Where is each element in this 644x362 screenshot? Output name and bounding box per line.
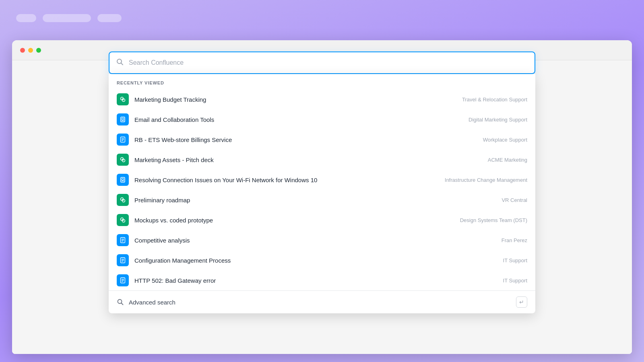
result-item[interactable]: Preliminary roadmap VR Central [109,190,535,210]
svg-point-16 [122,179,124,181]
svg-line-1 [121,63,123,65]
svg-point-6 [122,118,124,120]
window-minimize-button[interactable] [28,48,33,53]
svg-rect-15 [121,177,125,182]
advanced-search-button[interactable]: Advanced search ↵ [109,290,535,313]
result-item[interactable]: RB - ETS Web-store Billings Service Work… [109,130,535,150]
result-icon-lines [117,274,129,286]
search-bar [109,51,535,74]
window-close-button[interactable] [20,48,25,53]
result-icon-blog [117,214,129,226]
result-icon-lines [117,254,129,266]
nav-pill-3 [97,14,122,22]
result-icon-blog [117,194,129,206]
svg-line-37 [122,303,123,305]
nav-pill-1 [16,14,36,22]
result-icon-blog [117,154,129,166]
result-item[interactable]: Marketing Budget Tracking Travel & Reloc… [109,89,535,109]
advanced-search-label: Advanced search [129,299,511,306]
result-item[interactable]: Marketing Assets - Pitch deck ACME Marke… [109,150,535,170]
svg-rect-5 [121,117,125,122]
result-icon-lines [117,134,129,146]
result-item[interactable]: Configuration Management Process IT Supp… [109,250,535,270]
search-icon-small [117,298,124,306]
enter-key-badge: ↵ [516,296,527,308]
nav-pill-2 [43,14,91,22]
result-icon-lines [117,234,129,246]
result-item[interactable]: Resolving Connection Issues on Your Wi-F… [109,170,535,190]
search-icon [116,58,124,68]
result-item[interactable]: Mockups vs. coded prototype Design Syste… [109,210,535,230]
result-item[interactable]: Competitive analysis Fran Perez [109,230,535,250]
result-item[interactable]: HTTP 502: Bad Gateway error IT Support [109,270,535,290]
search-input[interactable] [129,59,528,66]
result-icon-page [117,174,129,186]
result-icon-page [117,113,129,125]
result-icon-blog [117,93,129,105]
recently-viewed-label: RECENTLY VIEWED [109,74,535,89]
window-maximize-button[interactable] [36,48,41,53]
result-item[interactable]: Email and Collaboration Tools Digital Ma… [109,109,535,130]
search-dropdown: RECENTLY VIEWED Marketing Budget Trackin… [109,74,535,313]
